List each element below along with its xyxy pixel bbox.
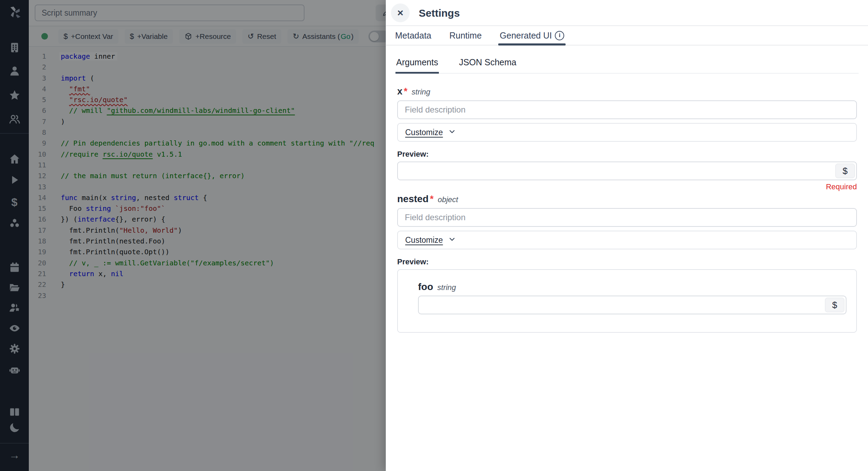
settings-drawer: × Settings Metadata Runtime Generated UI…	[386, 0, 868, 471]
subtab-arguments[interactable]: Arguments	[395, 54, 439, 73]
field-foo-input[interactable]	[419, 296, 846, 314]
tab-metadata[interactable]: Metadata	[395, 26, 431, 45]
windmill-script-editor: $→ $+Context Var$+Variable+Resource↺Rese…	[0, 0, 868, 471]
field-name: foo	[418, 281, 433, 292]
chevron-down-icon	[443, 235, 456, 245]
drawer-backdrop[interactable]	[0, 0, 386, 471]
field-name: nested	[397, 193, 428, 205]
field-foo-label: foo string	[418, 281, 846, 292]
info-icon[interactable]: i	[555, 31, 564, 40]
field-x-preview-input[interactable]	[398, 162, 856, 180]
tab-runtime[interactable]: Runtime	[449, 26, 482, 45]
required-asterisk: *	[430, 194, 434, 205]
field-type: string	[412, 88, 431, 97]
arguments-panel: x* string Customize Preview: $ Required …	[386, 86, 868, 333]
field-nested-description-input[interactable]	[397, 208, 857, 227]
field-type: string	[437, 283, 456, 292]
insert-variable-button[interactable]: $	[825, 298, 844, 312]
drawer-title: Settings	[419, 0, 460, 26]
drawer-header: × Settings	[386, 0, 868, 26]
field-foo-input-wrap: $	[418, 296, 846, 314]
field-x-preview-input-wrap: $	[397, 162, 857, 180]
preview-label: Preview:	[397, 150, 857, 159]
nested-preview-box: foo string $	[397, 269, 857, 333]
subtab-json-schema[interactable]: JSON Schema	[458, 54, 517, 73]
field-x-description-input[interactable]	[397, 100, 857, 119]
field-x-label: x* string	[397, 86, 857, 97]
required-asterisk: *	[404, 86, 408, 97]
generated-ui-subtabs: Arguments JSON Schema	[395, 54, 859, 74]
field-nested-label: nested* object	[397, 193, 857, 205]
field-name: x	[397, 86, 402, 97]
settings-tabs: Metadata Runtime Generated UI i	[386, 26, 868, 46]
preview-label: Preview:	[397, 257, 857, 266]
field-x-customize[interactable]: Customize	[397, 123, 857, 142]
field-nested-customize[interactable]: Customize	[397, 231, 857, 249]
tab-generated-ui-label: Generated UI	[500, 31, 552, 41]
tab-generated-ui[interactable]: Generated UI i	[500, 26, 564, 45]
customize-link[interactable]: Customize	[405, 128, 443, 137]
required-message: Required	[397, 182, 857, 192]
customize-link[interactable]: Customize	[405, 236, 443, 245]
field-type: object	[438, 195, 458, 204]
chevron-down-icon	[443, 127, 456, 137]
close-icon[interactable]: ×	[391, 3, 410, 22]
insert-variable-button[interactable]: $	[835, 164, 855, 178]
